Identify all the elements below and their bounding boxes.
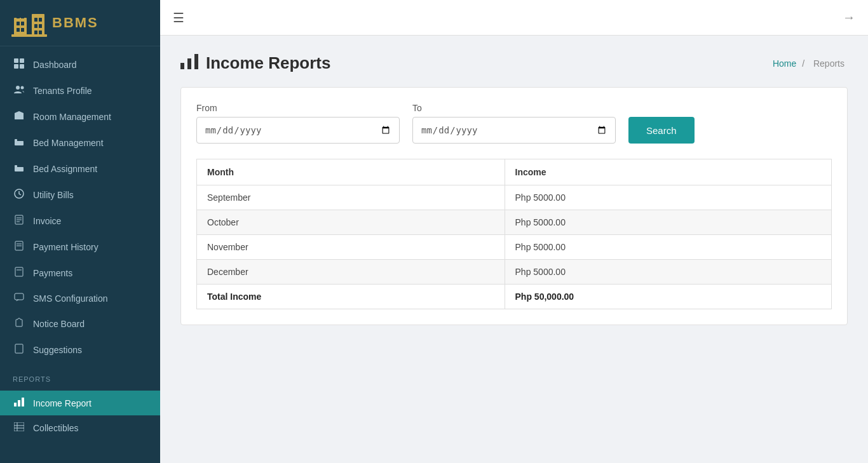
- from-label: From: [196, 103, 400, 113]
- svg-rect-13: [39, 30, 42, 34]
- sidebar-item-payment-history[interactable]: Payment History: [0, 234, 160, 260]
- to-filter-group: To: [412, 103, 616, 144]
- svg-rect-26: [15, 165, 17, 168]
- sidebar-item-suggestions[interactable]: Suggestions: [0, 337, 160, 363]
- svg-rect-1: [32, 14, 44, 36]
- logout-button[interactable]: →: [843, 10, 855, 25]
- sidebar-item-bed-management[interactable]: Bed Management: [0, 130, 160, 156]
- svg-rect-6: [17, 28, 20, 32]
- breadcrumb-separator: /: [802, 58, 804, 69]
- sidebar-item-label: Bed Assignment: [33, 164, 97, 174]
- reports-section-label: REPORTS: [0, 368, 160, 386]
- sidebar-item-label: Tenants Profile: [33, 86, 92, 96]
- topbar-left: ☰: [173, 10, 184, 25]
- sidebar-item-label: Room Management: [33, 112, 111, 122]
- to-date-input[interactable]: [412, 117, 616, 144]
- sidebar-item-tenants-profile[interactable]: Tenants Profile: [0, 77, 160, 104]
- svg-rect-9: [39, 18, 42, 22]
- month-cell: November: [197, 235, 505, 260]
- sidebar-item-label: Invoice: [33, 216, 61, 226]
- sidebar-item-label: Income Report: [33, 398, 92, 408]
- page-header: Income Reports Home / Reports: [180, 53, 848, 73]
- income-cell: Php 5000.00: [505, 235, 831, 260]
- svg-rect-37: [15, 293, 24, 300]
- svg-point-19: [16, 86, 20, 90]
- sidebar-item-notice-board[interactable]: Notice Board: [0, 311, 160, 337]
- svg-rect-16: [20, 58, 24, 63]
- bed-assign-icon: [13, 163, 25, 175]
- table-header-row: Month Income: [197, 159, 832, 185]
- svg-rect-17: [14, 64, 18, 69]
- svg-rect-8: [34, 18, 37, 22]
- svg-rect-15: [14, 58, 18, 63]
- sidebar-nav: Dashboard Tenants Profile Room Managemen…: [0, 46, 160, 368]
- total-label: Total Income: [197, 285, 505, 309]
- menu-toggle-button[interactable]: ☰: [173, 10, 184, 25]
- sidebar-item-label: Payment History: [33, 242, 98, 252]
- room-icon: [13, 111, 25, 123]
- svg-rect-11: [39, 24, 42, 28]
- sidebar-item-sms-configuration[interactable]: SMS Configuration: [0, 286, 160, 311]
- sidebar-item-income-report[interactable]: Income Report: [0, 391, 160, 415]
- svg-rect-42: [14, 422, 24, 431]
- sidebar-item-payments[interactable]: Payments: [0, 260, 160, 286]
- sidebar-item-label: SMS Configuration: [33, 293, 108, 304]
- svg-point-20: [21, 86, 24, 90]
- total-row: Total IncomePhp 50,000.00: [197, 285, 832, 309]
- sidebar-item-collectibles[interactable]: Collectibles: [0, 415, 160, 440]
- from-date-input[interactable]: [196, 117, 400, 144]
- notice-icon: [13, 318, 25, 330]
- bed-management-icon: [13, 137, 25, 149]
- svg-rect-40: [18, 400, 20, 406]
- month-cell: December: [197, 260, 505, 285]
- to-label: To: [412, 103, 616, 113]
- sidebar-item-label: Notice Board: [33, 319, 85, 329]
- from-filter-group: From: [196, 103, 400, 144]
- filter-row: From To Search: [196, 103, 832, 144]
- table-row: DecemberPhp 5000.00: [197, 260, 832, 285]
- table-row: NovemberPhp 5000.00: [197, 235, 832, 260]
- breadcrumb-home-link[interactable]: Home: [773, 58, 796, 69]
- svg-rect-48: [194, 54, 198, 69]
- sidebar-item-invoice[interactable]: Invoice: [0, 208, 160, 234]
- svg-rect-7: [21, 28, 24, 32]
- sidebar-item-label: Dashboard: [33, 60, 77, 70]
- page-title-text: Income Reports: [206, 53, 331, 73]
- sidebar-item-label: Payments: [33, 268, 72, 278]
- svg-rect-2: [17, 14, 20, 18]
- sidebar-item-utility-bills[interactable]: Utility Bills: [0, 182, 160, 208]
- sidebar-item-label: Collectibles: [33, 423, 79, 433]
- month-cell: October: [197, 210, 505, 235]
- topbar: ☰ →: [160, 0, 868, 36]
- app-logo-icon: [11, 9, 47, 37]
- svg-rect-5: [21, 22, 24, 25]
- svg-rect-41: [22, 398, 24, 406]
- income-cell: Php 5000.00: [505, 260, 831, 285]
- sidebar-item-room-management[interactable]: Room Management: [0, 104, 160, 130]
- sms-icon: [13, 293, 25, 304]
- sidebar-item-dashboard[interactable]: Dashboard: [0, 51, 160, 77]
- svg-rect-3: [21, 14, 24, 18]
- income-cell: Php 5000.00: [505, 185, 831, 210]
- chart-icon: [13, 398, 25, 408]
- suggestions-icon: [13, 344, 25, 356]
- svg-rect-0: [14, 18, 27, 36]
- total-value: Php 50,000.00: [505, 285, 831, 309]
- invoice-icon: [13, 215, 25, 227]
- table-row: OctoberPhp 5000.00: [197, 210, 832, 235]
- tenants-icon: [13, 84, 25, 97]
- svg-rect-12: [34, 30, 37, 34]
- topbar-right: →: [843, 10, 855, 25]
- dashboard-icon: [13, 58, 25, 70]
- svg-rect-47: [187, 58, 191, 69]
- sidebar-item-bed-assignment[interactable]: Bed Assignment: [0, 156, 160, 182]
- page-title: Income Reports: [180, 53, 331, 73]
- search-button[interactable]: Search: [628, 117, 695, 144]
- payments-icon: [13, 267, 25, 279]
- svg-rect-39: [14, 403, 17, 406]
- sidebar-reports-nav: Income Report Collectibles: [0, 386, 160, 463]
- svg-rect-23: [15, 139, 17, 142]
- svg-rect-18: [20, 64, 24, 69]
- income-report-table: Month Income SeptemberPhp 5000.00October…: [196, 159, 832, 309]
- month-cell: September: [197, 185, 505, 210]
